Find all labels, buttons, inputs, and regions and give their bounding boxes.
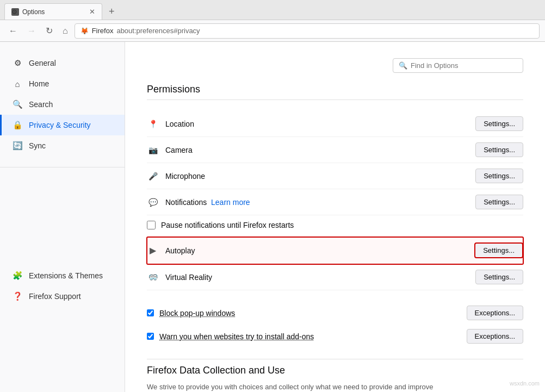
home-icon: ⌂ xyxy=(13,79,22,89)
location-icon: 📍 xyxy=(147,118,159,130)
find-input-container[interactable]: 🔍 xyxy=(393,58,523,73)
sidebar-item-sync[interactable]: 🔄 Sync xyxy=(0,135,125,156)
permission-label-vr: Virtual Reality xyxy=(165,273,475,282)
new-tab-button[interactable]: + xyxy=(104,5,119,18)
block-popup-checkbox[interactable] xyxy=(147,309,154,316)
sidebar-item-general[interactable]: ⚙ General xyxy=(0,53,125,73)
learn-more-link[interactable]: Learn more xyxy=(211,198,250,207)
extensions-icon: 🧩 xyxy=(13,271,22,281)
sidebar-item-search[interactable]: 🔍 Search xyxy=(0,94,125,115)
sidebar-label-extensions: Extensions & Themes xyxy=(29,271,103,280)
warn-addons-row: Warn you when websites try to install ad… xyxy=(147,325,523,348)
vr-settings-button[interactable]: Settings... xyxy=(475,270,523,284)
permission-label-autoplay: Autoplay xyxy=(165,246,474,255)
sidebar-item-extensions[interactable]: 🧩 Extensions & Themes xyxy=(0,265,125,286)
warn-addons-exceptions-button[interactable]: Exceptions... xyxy=(467,329,523,344)
camera-icon: 📷 xyxy=(147,144,159,156)
block-popup-exceptions-button[interactable]: Exceptions... xyxy=(467,306,523,320)
tab-close-button[interactable]: ✕ xyxy=(89,8,95,16)
permission-row-microphone: 🎤 Microphone Settings... xyxy=(147,163,523,189)
pause-notifications-checkbox[interactable] xyxy=(147,221,156,229)
autoplay-settings-button[interactable]: Settings... xyxy=(474,242,523,258)
warn-addons-label: Warn you when websites try to install ad… xyxy=(159,332,461,341)
app-layout: ⚙ General ⌂ Home 🔍 Search 🔒 Privacy & Se… xyxy=(0,42,545,392)
lock-icon: 🔒 xyxy=(13,120,22,130)
pause-checkbox-container: Pause notifications until Firefox restar… xyxy=(147,219,523,232)
sidebar-label-search: Search xyxy=(29,100,53,109)
search-icon: 🔍 xyxy=(13,99,22,109)
tab-icon: ⚙ xyxy=(11,8,19,16)
sidebar-label-support: Firefox Support xyxy=(29,292,81,301)
permission-label-notifications: Notifications Learn more xyxy=(165,198,475,207)
permission-row-vr: 🥽 Virtual Reality Settings... xyxy=(147,264,523,290)
address-url: about:preferences#privacy xyxy=(116,27,200,35)
browser-chrome: ⚙ Options ✕ + ← → ↻ ⌂ 🦊 Firefox about:pr… xyxy=(0,0,545,42)
address-brand: Firefox xyxy=(92,27,114,35)
permission-row-autoplay: ▶ Autoplay Settings... xyxy=(147,237,523,264)
sidebar: ⚙ General ⌂ Home 🔍 Search 🔒 Privacy & Se… xyxy=(0,42,125,392)
permission-row-camera: 📷 Camera Settings... xyxy=(147,137,523,163)
address-bar[interactable]: 🦊 Firefox about:preferences#privacy xyxy=(75,23,540,39)
sidebar-divider xyxy=(0,167,125,167)
permissions-list: 📍 Location Settings... 📷 Camera Settings… xyxy=(147,111,523,290)
camera-settings-button[interactable]: Settings... xyxy=(475,142,523,157)
block-popup-row: Block pop-up windows Exceptions... xyxy=(147,301,523,325)
autoplay-icon: ▶ xyxy=(147,245,159,257)
sidebar-label-home: Home xyxy=(29,79,49,88)
vr-icon: 🥽 xyxy=(147,271,159,283)
sidebar-item-home[interactable]: ⌂ Home xyxy=(0,73,125,94)
reload-button[interactable]: ↻ xyxy=(42,24,56,37)
find-icon: 🔍 xyxy=(399,61,407,70)
notifications-settings-button[interactable]: Settings... xyxy=(475,195,523,209)
back-button[interactable]: ← xyxy=(5,25,21,37)
warn-addons-checkbox[interactable] xyxy=(147,333,154,340)
nav-bar: ← → ↻ ⌂ 🦊 Firefox about:preferences#priv… xyxy=(0,20,545,41)
sync-icon: 🔄 xyxy=(13,141,22,151)
main-content: 🔍 Permissions 📍 Location Settings... 📷 C… xyxy=(125,42,545,392)
forward-button[interactable]: → xyxy=(24,25,39,37)
permission-label-camera: Camera xyxy=(165,146,475,154)
data-collection-title: Firefox Data Collection and Use xyxy=(147,365,523,376)
sidebar-item-privacy[interactable]: 🔒 Privacy & Security xyxy=(0,115,125,135)
notifications-icon: 💬 xyxy=(147,196,159,208)
permission-row-location: 📍 Location Settings... xyxy=(147,111,523,137)
permission-label-microphone: Microphone xyxy=(165,172,475,181)
permission-row-notifications: 💬 Notifications Learn more Settings... xyxy=(147,189,523,215)
pause-notifications-row: Pause notifications until Firefox restar… xyxy=(147,215,523,237)
location-settings-button[interactable]: Settings... xyxy=(475,116,523,131)
sidebar-label-general: General xyxy=(29,59,56,67)
home-button[interactable]: ⌂ xyxy=(59,25,71,37)
tab-bar: ⚙ Options ✕ + xyxy=(0,0,545,20)
data-collection-section: Firefox Data Collection and Use We striv… xyxy=(147,359,523,392)
sidebar-label-privacy: Privacy & Security xyxy=(29,121,91,129)
sidebar-label-sync: Sync xyxy=(29,141,46,150)
pause-notifications-label: Pause notifications until Firefox restar… xyxy=(161,221,294,229)
find-bar: 🔍 xyxy=(147,58,523,73)
firefox-icon: 🦊 xyxy=(80,27,89,35)
permissions-section-title: Permissions xyxy=(147,84,523,100)
block-popup-label: Block pop-up windows xyxy=(159,309,461,318)
microphone-settings-button[interactable]: Settings... xyxy=(475,169,523,183)
permission-label-location: Location xyxy=(165,120,475,128)
tab-title: Options xyxy=(22,8,45,16)
watermark: wsxdn.com xyxy=(510,380,540,387)
microphone-icon: 🎤 xyxy=(147,170,159,182)
help-icon: ❓ xyxy=(13,291,22,301)
options-tab[interactable]: ⚙ Options ✕ xyxy=(4,3,102,20)
sidebar-item-support[interactable]: ❓ Firefox Support xyxy=(0,286,125,307)
find-in-options-input[interactable] xyxy=(411,61,517,70)
gear-icon: ⚙ xyxy=(13,58,22,68)
data-collection-description: We strive to provide you with choices an… xyxy=(147,382,523,392)
